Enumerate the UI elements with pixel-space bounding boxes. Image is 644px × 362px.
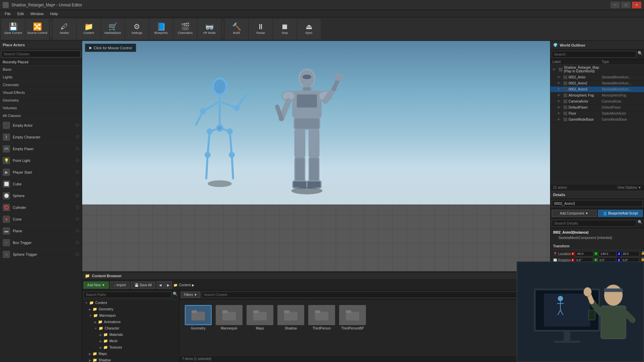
place-item-sphere-trigger[interactable]: ○ Sphere Trigger ⓘ [0,249,82,260]
tree-item-2[interactable]: ▼ 📁 Mannequin [82,312,179,319]
folder-item-0[interactable]: Geometry [185,305,212,330]
outliner-item-2[interactable]: 👁 ⬛ 0002_Anim2 SkeletalMeshActo... [550,80,644,86]
tree-item-4[interactable]: ▼ 📁 Character [82,325,179,331]
nav-back-button[interactable]: ◀ [157,281,164,289]
folder-item-4[interactable]: ThirdPerson [308,305,335,330]
nav-forward-button[interactable]: ▶ [165,281,172,289]
add-new-button[interactable]: Add New ▼ [84,282,109,289]
toolbar-btn-save-current[interactable]: 💾Save Current [1,19,25,40]
location-lock-icon[interactable]: 🔒 [641,251,644,256]
maximize-button[interactable]: □ [621,2,631,8]
place-item-cylinder[interactable]: ⭕ Cylinder ⓘ [0,202,82,214]
import-button[interactable]: ↓ Import [110,282,129,289]
menu-item-edit[interactable]: Edit [14,11,27,16]
menu-item-file[interactable]: File [1,11,14,16]
nav-category-lights[interactable]: Lights [0,73,82,81]
folder-item-3[interactable]: Shadow [277,305,304,330]
outliner-item-0[interactable]: 👁 ⬛ Shadow_Retarget_Map (Play In EditorW… [550,65,644,74]
details-name-input[interactable] [552,200,643,207]
folder-item-5[interactable]: ThirdPersonBP [339,305,366,330]
location-y-input[interactable] [598,251,616,256]
tree-item-7[interactable]: ▶ 📁 Textures [82,344,179,351]
menu-item-help[interactable]: Help [47,11,61,16]
visibility-icon-5[interactable]: 👁 [557,100,562,103]
location-z-input[interactable] [621,251,640,256]
visibility-icon-2[interactable]: 👁 [557,81,562,85]
toolbar-btn-blueprints[interactable]: 📘Blueprints [149,19,173,40]
blueprint-button[interactable]: 📘 Blueprint/Add Script [598,210,643,217]
toolbar-btn-settings[interactable]: ⚙Settings [125,19,149,40]
outliner-item-1[interactable]: 👁 ⬛ 0002_Anim SkeletalMeshActo... [550,74,644,80]
folder-item-1[interactable]: Mannequin [216,305,243,330]
component-root-item[interactable]: 0002_Anim3(Instance) [553,230,641,235]
place-item-empty-character[interactable]: 🚶 Empty Character ⓘ [0,131,82,143]
place-item-player-start[interactable]: ▶ Player Start ⓘ [0,167,82,178]
tree-item-1[interactable]: ▶ 📁 Geometry [82,306,179,312]
toolbar-btn-marketplace[interactable]: 🛒Marketplace [101,19,124,40]
place-item-sphere[interactable]: ⚪ Sphere ⓘ [0,190,82,202]
close-button[interactable]: ✕ [632,2,641,8]
visibility-icon-8[interactable]: 👁 [557,118,562,121]
outliner-item-4[interactable]: 👁 ⬛ Atmospheric Fog AtmosphericFog [550,93,644,99]
toolbar-btn-source-control[interactable]: 🔀Source Control [25,19,49,40]
right-panel: 🌍 World Outliner 🔍 Label Type 👁 ⬛ Shadow… [550,41,644,272]
nav-category-visual-effects[interactable]: Visual Effects [0,89,82,97]
folder-item-2[interactable]: Maps [247,305,273,330]
toolbar-btn-eject[interactable]: ⏏Eject [297,19,321,40]
tree-item-3[interactable]: ▶ 📁 Animations [82,319,179,325]
minimize-button[interactable]: ─ [610,2,620,8]
visibility-icon-4[interactable]: 👁 [557,94,562,97]
titlebar: Shadow_Retarget_Map• - Unreal Editor ─ □… [0,0,644,10]
toolbar-btn-content[interactable]: 📁Content [77,19,100,40]
location-z: Z [617,251,640,256]
visibility-icon-0[interactable]: 👁 [552,68,557,71]
tree-item-0[interactable]: ▼ 📁 Content [82,300,179,306]
mouse-control-button[interactable]: ▶ Click for Mouse Control [85,44,136,52]
toolbar-btn-build[interactable]: 🔨Build [225,19,248,40]
place-item-box-trigger[interactable]: ▫ Box Trigger ⓘ [0,237,82,249]
search-classes-input[interactable] [1,51,80,57]
place-item-empty-pawn[interactable]: 🎮 Empty Pawn ⓘ [0,143,82,155]
recently-placed-label: Recently Placed [0,59,82,66]
nav-category-basic[interactable]: Basic [0,66,82,73]
visibility-icon-1[interactable]: 👁 [557,75,562,79]
outliner-search-input[interactable] [552,51,636,58]
outliner-label-2: 0002_Anim2 [569,81,602,85]
view-options-button[interactable]: View Options ▼ [618,186,641,189]
nav-category-volumes[interactable]: Volumes [0,104,82,112]
toolbar-btn-vr-mode[interactable]: 🥽VR Mode [198,19,221,40]
visibility-icon-7[interactable]: 👁 [557,112,562,115]
nav-category-all-classes[interactable]: All Classes [0,112,82,120]
tree-item-6[interactable]: ▶ 📁 Mesh [82,338,179,344]
place-item-cone[interactable]: 🔺 Cone ⓘ [0,214,82,225]
outliner-item-8[interactable]: 👁 ⬛ GameModeBase GameModeBase [550,117,644,123]
toolbar-btn-pause[interactable]: ⏸Pause [249,19,272,40]
viewport[interactable]: ▶ Click for Mouse Control [82,41,550,272]
tree-item-5[interactable]: ▶ 📁 Materials [82,331,179,338]
save-all-button[interactable]: 💾 Save All [131,282,155,289]
menu-item-window[interactable]: Window [27,11,47,16]
place-item-cube[interactable]: ⬜ Cube ⓘ [0,178,82,190]
nav-category-cinematic[interactable]: Cinematic [0,81,82,89]
outliner-item-7[interactable]: 👁 ⬛ Floor StaticMeshActor [550,111,644,117]
location-x-input[interactable] [575,251,593,256]
tree-item-9[interactable]: ▶ 📁 Shadow [82,357,179,362]
visibility-icon-6[interactable]: 👁 [557,106,562,109]
toolbar-btn-stop[interactable]: ⏹Stop [273,19,297,40]
filters-button[interactable]: Filters ▼ [181,292,200,298]
tree-item-8[interactable]: ▶ 📁 Maps [82,351,179,357]
place-item-plane[interactable]: ▬ Plane ⓘ [0,225,82,237]
details-search-input[interactable] [552,220,636,227]
toolbar-btn-modes[interactable]: 🖊Modes [53,19,76,40]
toolbar-btn-cinematics[interactable]: 🎬Cinematics [173,19,197,40]
outliner-item-6[interactable]: 👁 ⬛ DefaultPawn DefaultPawn [550,105,644,111]
outliner-item-5[interactable]: 👁 ⬛ CameraActor CameraActor [550,99,644,105]
component-child-item[interactable]: SkeletalMeshComponent (Inherited) [553,235,641,240]
place-item-empty-actor[interactable]: ⬛ Empty Actor ⓘ [0,120,82,131]
add-component-button[interactable]: Add Component ▼ [552,210,597,217]
place-item-point-light[interactable]: 💡 Point Light ⓘ [0,155,82,167]
outliner-item-3[interactable]: 👁 ⬛ 0002_Anim3 SkeletalMeshActo... [550,86,644,93]
visibility-icon-3[interactable]: 👁 [557,87,562,91]
nav-category-geometry[interactable]: Geometry [0,97,82,104]
search-paths-input[interactable] [84,292,171,298]
